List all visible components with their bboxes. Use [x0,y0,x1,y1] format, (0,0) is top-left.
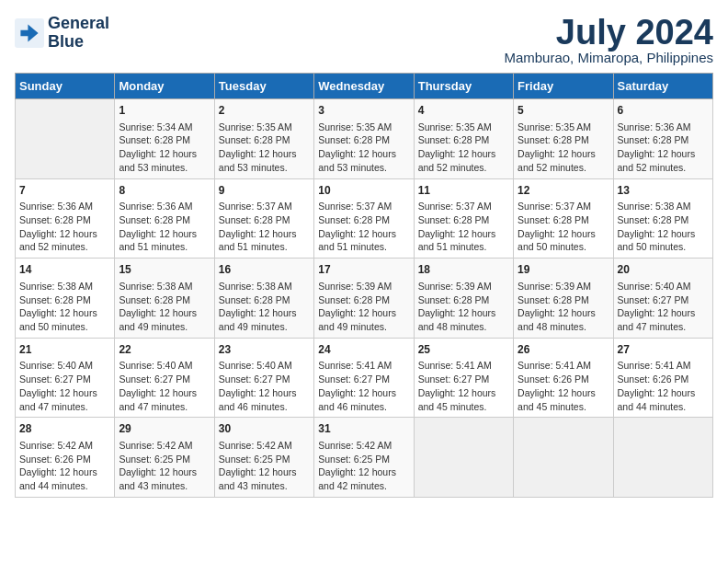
day-info: Sunrise: 5:38 AM Sunset: 6:28 PM Dayligh… [19,280,110,334]
day-number: 18 [418,262,509,278]
calendar-cell: 24Sunrise: 5:41 AM Sunset: 6:27 PM Dayli… [314,338,414,418]
day-number: 4 [418,103,509,119]
day-number: 12 [518,183,609,199]
logo: General Blue [15,15,109,52]
day-number: 8 [119,183,210,199]
day-info: Sunrise: 5:36 AM Sunset: 6:28 PM Dayligh… [19,200,110,254]
day-number: 24 [318,342,409,358]
calendar-cell: 7Sunrise: 5:36 AM Sunset: 6:28 PM Daylig… [16,178,115,259]
day-info: Sunrise: 5:42 AM Sunset: 6:25 PM Dayligh… [119,439,210,493]
day-info: Sunrise: 5:41 AM Sunset: 6:26 PM Dayligh… [618,359,709,413]
day-number: 23 [219,342,310,358]
day-number: 14 [19,262,110,278]
calendar-cell [514,418,613,498]
day-number: 29 [119,421,210,437]
day-info: Sunrise: 5:41 AM Sunset: 6:27 PM Dayligh… [318,359,409,413]
calendar-cell: 25Sunrise: 5:41 AM Sunset: 6:27 PM Dayli… [414,338,513,418]
calendar-cell: 20Sunrise: 5:40 AM Sunset: 6:27 PM Dayli… [613,259,712,339]
calendar-day-header: Friday [514,74,613,99]
calendar-week-row: 21Sunrise: 5:40 AM Sunset: 6:27 PM Dayli… [16,338,713,418]
day-number: 17 [318,262,409,278]
day-number: 20 [618,262,709,278]
calendar-table: SundayMondayTuesdayWednesdayThursdayFrid… [15,73,713,498]
day-info: Sunrise: 5:37 AM Sunset: 6:28 PM Dayligh… [219,200,310,254]
day-number: 19 [518,262,609,278]
day-info: Sunrise: 5:35 AM Sunset: 6:28 PM Dayligh… [418,121,509,175]
page-header: General Blue July 2024 Mamburao, Mimarop… [15,15,713,65]
day-info: Sunrise: 5:42 AM Sunset: 6:25 PM Dayligh… [219,439,310,493]
calendar-cell: 22Sunrise: 5:40 AM Sunset: 6:27 PM Dayli… [115,338,214,418]
calendar-cell [613,418,712,498]
logo-icon [15,18,44,48]
calendar-week-row: 1Sunrise: 5:34 AM Sunset: 6:28 PM Daylig… [16,99,713,179]
calendar-cell: 11Sunrise: 5:37 AM Sunset: 6:28 PM Dayli… [414,178,513,259]
calendar-cell: 5Sunrise: 5:35 AM Sunset: 6:28 PM Daylig… [514,99,613,179]
calendar-header-row: SundayMondayTuesdayWednesdayThursdayFrid… [16,74,713,99]
calendar-day-header: Saturday [613,74,712,99]
day-info: Sunrise: 5:35 AM Sunset: 6:28 PM Dayligh… [219,121,310,175]
calendar-cell: 28Sunrise: 5:42 AM Sunset: 6:26 PM Dayli… [16,418,115,498]
day-number: 30 [219,421,310,437]
calendar-cell: 3Sunrise: 5:35 AM Sunset: 6:28 PM Daylig… [314,99,414,179]
day-number: 16 [219,262,310,278]
day-number: 11 [418,183,509,199]
calendar-cell: 26Sunrise: 5:41 AM Sunset: 6:26 PM Dayli… [514,338,613,418]
day-info: Sunrise: 5:36 AM Sunset: 6:28 PM Dayligh… [119,200,210,254]
day-info: Sunrise: 5:38 AM Sunset: 6:28 PM Dayligh… [119,280,210,334]
logo-text: General Blue [48,15,109,52]
calendar-week-row: 28Sunrise: 5:42 AM Sunset: 6:26 PM Dayli… [16,418,713,498]
day-number: 3 [318,103,409,119]
day-number: 31 [318,421,409,437]
calendar-day-header: Tuesday [214,74,313,99]
day-number: 28 [19,421,110,437]
location-title: Mamburao, Mimaropa, Philippines [504,50,713,65]
day-info: Sunrise: 5:38 AM Sunset: 6:28 PM Dayligh… [618,200,709,254]
calendar-cell: 27Sunrise: 5:41 AM Sunset: 6:26 PM Dayli… [613,338,712,418]
day-number: 5 [518,103,609,119]
calendar-day-header: Wednesday [314,74,414,99]
calendar-cell: 10Sunrise: 5:37 AM Sunset: 6:28 PM Dayli… [314,178,414,259]
calendar-cell: 15Sunrise: 5:38 AM Sunset: 6:28 PM Dayli… [115,259,214,339]
calendar-week-row: 7Sunrise: 5:36 AM Sunset: 6:28 PM Daylig… [16,178,713,259]
day-info: Sunrise: 5:34 AM Sunset: 6:28 PM Dayligh… [119,121,210,175]
day-info: Sunrise: 5:35 AM Sunset: 6:28 PM Dayligh… [318,121,409,175]
day-number: 9 [219,183,310,199]
calendar-cell: 23Sunrise: 5:40 AM Sunset: 6:27 PM Dayli… [214,338,313,418]
calendar-cell: 13Sunrise: 5:38 AM Sunset: 6:28 PM Dayli… [613,178,712,259]
day-number: 25 [418,342,509,358]
calendar-day-header: Thursday [414,74,513,99]
day-number: 1 [119,103,210,119]
day-number: 10 [318,183,409,199]
day-info: Sunrise: 5:38 AM Sunset: 6:28 PM Dayligh… [219,280,310,334]
day-number: 13 [618,183,709,199]
day-info: Sunrise: 5:42 AM Sunset: 6:26 PM Dayligh… [19,439,110,493]
day-info: Sunrise: 5:41 AM Sunset: 6:26 PM Dayligh… [518,359,609,413]
day-number: 22 [119,342,210,358]
day-info: Sunrise: 5:37 AM Sunset: 6:28 PM Dayligh… [418,200,509,254]
day-info: Sunrise: 5:42 AM Sunset: 6:25 PM Dayligh… [318,439,409,493]
day-info: Sunrise: 5:41 AM Sunset: 6:27 PM Dayligh… [418,359,509,413]
calendar-cell: 2Sunrise: 5:35 AM Sunset: 6:28 PM Daylig… [214,99,313,179]
calendar-cell: 29Sunrise: 5:42 AM Sunset: 6:25 PM Dayli… [115,418,214,498]
calendar-cell: 12Sunrise: 5:37 AM Sunset: 6:28 PM Dayli… [514,178,613,259]
calendar-cell: 6Sunrise: 5:36 AM Sunset: 6:28 PM Daylig… [613,99,712,179]
day-info: Sunrise: 5:40 AM Sunset: 6:27 PM Dayligh… [119,359,210,413]
calendar-day-header: Sunday [16,74,115,99]
calendar-cell: 18Sunrise: 5:39 AM Sunset: 6:28 PM Dayli… [414,259,513,339]
calendar-cell: 14Sunrise: 5:38 AM Sunset: 6:28 PM Dayli… [16,259,115,339]
day-info: Sunrise: 5:39 AM Sunset: 6:28 PM Dayligh… [318,280,409,334]
calendar-cell: 21Sunrise: 5:40 AM Sunset: 6:27 PM Dayli… [16,338,115,418]
calendar-cell: 4Sunrise: 5:35 AM Sunset: 6:28 PM Daylig… [414,99,513,179]
month-title: July 2024 [504,15,713,50]
day-info: Sunrise: 5:37 AM Sunset: 6:28 PM Dayligh… [318,200,409,254]
calendar-cell: 19Sunrise: 5:39 AM Sunset: 6:28 PM Dayli… [514,259,613,339]
calendar-cell: 30Sunrise: 5:42 AM Sunset: 6:25 PM Dayli… [214,418,313,498]
calendar-cell: 9Sunrise: 5:37 AM Sunset: 6:28 PM Daylig… [214,178,313,259]
day-info: Sunrise: 5:40 AM Sunset: 6:27 PM Dayligh… [618,280,709,334]
day-number: 26 [518,342,609,358]
calendar-day-header: Monday [115,74,214,99]
day-number: 27 [618,342,709,358]
calendar-cell [16,99,115,179]
day-info: Sunrise: 5:35 AM Sunset: 6:28 PM Dayligh… [518,121,609,175]
calendar-cell [414,418,513,498]
